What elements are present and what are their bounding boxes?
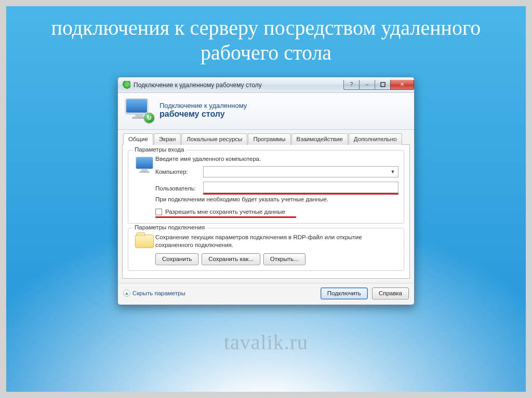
hide-params-label: Скрыть параметры [132, 290, 185, 296]
group-login-legend: Параметры входа [132, 146, 186, 153]
rdp-icon: ↻ [125, 98, 153, 122]
highlight-user [203, 193, 398, 195]
window-buttons: ? – ✕ [343, 80, 414, 90]
computer-combobox[interactable]: ▼ [203, 166, 398, 177]
banner: ↻ Подключение к удаленному рабочему стол… [118, 93, 414, 130]
banner-line1: Подключение к удаленному [159, 102, 247, 109]
window-title: Подключение к удаленному рабочему столу [134, 81, 343, 89]
chevron-up-icon: ▲ [123, 290, 130, 297]
credentials-note: При подключении необходимо будет указать… [155, 196, 398, 203]
save-credentials-row[interactable]: Разрешить мне сохранять учетные данные [155, 209, 398, 215]
app-icon [122, 81, 130, 89]
tab-general[interactable]: Общие [123, 133, 153, 145]
maximize-button[interactable] [375, 80, 390, 90]
client-area: Общие Экран Локальные ресурсы Программы … [118, 130, 414, 283]
titlebar[interactable]: Подключение к удаленному рабочему столу … [118, 77, 414, 93]
maximize-icon [380, 82, 385, 87]
help-button-footer[interactable]: Справка [372, 287, 409, 299]
save-button[interactable]: Сохранить [155, 253, 198, 265]
tab-experience[interactable]: Взаимодействие [291, 133, 348, 145]
save-credentials-checkbox[interactable] [155, 209, 162, 215]
user-field[interactable] [203, 182, 398, 193]
computer-label: Компьютер: [155, 169, 203, 175]
tab-row: Общие Экран Локальные ресурсы Программы … [122, 133, 410, 145]
banner-line2: рабочему столу [159, 109, 247, 119]
computer-icon [134, 156, 155, 218]
tab-programs[interactable]: Программы [248, 133, 290, 145]
connect-button[interactable]: Подключить [321, 287, 368, 299]
user-label: Пользователь: [155, 185, 203, 191]
tab-advanced[interactable]: Дополнительно [349, 133, 402, 145]
group-login: Параметры входа Введите имя удаленн [128, 150, 404, 224]
connection-desc: Сохранение текущих параметров подключени… [155, 234, 398, 249]
slide-background: подключения к серверу посредством удален… [0, 0, 532, 398]
chevron-down-icon: ▼ [389, 168, 397, 176]
open-button[interactable]: Открыть... [263, 253, 305, 265]
tab-body-general: Параметры входа Введите имя удаленн [122, 145, 410, 279]
folder-icon [134, 234, 155, 265]
tab-local-resources[interactable]: Локальные ресурсы [181, 133, 247, 145]
highlight-checkbox [155, 216, 296, 218]
minimize-button[interactable]: – [359, 80, 375, 90]
hide-params-link[interactable]: ▲ Скрыть параметры [123, 290, 316, 297]
slide-title: подключения к серверу посредством удален… [6, 6, 526, 71]
watermark: tavalik.ru [6, 330, 526, 354]
help-button[interactable]: ? [343, 80, 359, 90]
save-as-button[interactable]: Сохранить как... [202, 253, 260, 265]
dialog-footer: ▲ Скрыть параметры Подключить Справка [118, 283, 414, 305]
tab-display[interactable]: Экран [154, 133, 181, 145]
rdp-window: Подключение к удаленному рабочему столу … [117, 77, 415, 305]
group-connection: Параметры подключения Сохранение текущих… [128, 228, 404, 271]
svg-rect-0 [381, 83, 385, 87]
dialog-container: Подключение к удаленному рабочему столу … [117, 77, 415, 305]
banner-text: Подключение к удаленному рабочему столу [159, 102, 247, 119]
save-credentials-label: Разрешить мне сохранять учетные данные [165, 209, 285, 215]
login-hint: Введите имя удаленного компьютера. [155, 156, 398, 162]
close-button[interactable]: ✕ [390, 80, 414, 90]
group-connection-legend: Параметры подключения [132, 224, 207, 230]
